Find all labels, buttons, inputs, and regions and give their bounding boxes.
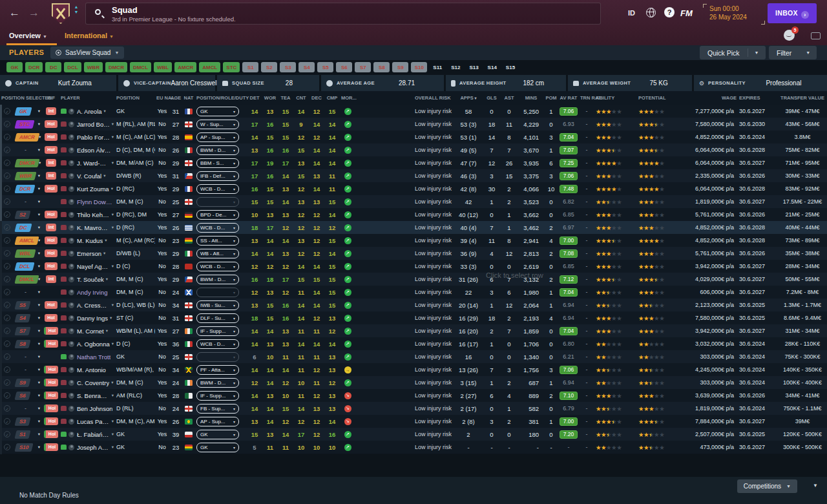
row-select-icon[interactable]: ✓ [4, 276, 10, 282]
row-select-icon[interactable]: ✓ [4, 418, 10, 425]
player-name[interactable]: Nayef Aguerd [77, 263, 110, 270]
row-select-icon[interactable]: ✓ [4, 431, 10, 437]
game-date[interactable]: Sun 00:00 26 May 2024 [703, 4, 760, 23]
back-arrow-icon[interactable]: ← [9, 6, 20, 19]
player-name[interactable]: Edson Álvarez [77, 147, 114, 154]
forward-arrow-icon[interactable]: → [28, 6, 39, 19]
scrollbar-thumb[interactable] [0, 105, 2, 221]
table-row[interactable]: ✓-▾Flynn DownesDM, M (C)No25▾15151413131… [0, 195, 827, 208]
club-switcher-chevrons[interactable]: ▲▼ [73, 5, 79, 15]
row-select-icon[interactable]: ✓ [4, 341, 10, 347]
role-duty-dropdown[interactable]: AP - Sup...▾ [196, 132, 239, 142]
chevron-down-icon[interactable]: ▾ [112, 341, 114, 346]
row-select-icon[interactable]: ✓ [4, 147, 10, 153]
table-row[interactable]: ✓S1▾HolŁ. Fabiański▾GKYes39GK▾1513141712… [0, 428, 827, 441]
tab-international[interactable]: International▼ [65, 32, 114, 39]
chevron-down-icon[interactable]: ▾ [110, 315, 112, 320]
col-header-mor-[interactable]: MOR... [340, 95, 355, 101]
player-name[interactable]: Lucas Paquetá [77, 418, 110, 425]
position-selected-badge[interactable]: STC [14, 120, 34, 129]
row-select-icon[interactable]: ✓ [4, 185, 10, 192]
position-filter-dmcl[interactable]: DMCL [130, 62, 151, 72]
slot-filter-s9[interactable]: S9 [392, 62, 408, 72]
role-duty-dropdown[interactable]: WCB - D...▾ [196, 223, 239, 233]
col-header-ability[interactable]: ABILITY [594, 95, 637, 101]
player-name[interactable]: Andy Irving [77, 289, 108, 296]
col-header-pom[interactable]: POM [544, 95, 558, 101]
player-name[interactable]: Thilo Kehrer [77, 211, 110, 218]
table-row[interactable]: ✓DC▾IntK. Mavropanos▾D (RC)Yes26WCB - D.… [0, 221, 827, 234]
table-row[interactable]: ✓WBL▾HolEmerson▾D/WB (L)Yes29WB - Att...… [0, 247, 827, 260]
position-filter-gk[interactable]: GK [6, 62, 23, 72]
table-row[interactable]: ✓-▾HolM. AntonioWB/M/AM (R), S...No34PF … [0, 363, 827, 376]
role-duty-dropdown[interactable]: BPD - De...▾ [196, 210, 239, 220]
player-name[interactable]: Danny Ings [77, 315, 108, 322]
filter-button[interactable]: Filter▼ [769, 46, 817, 59]
col-header-position-selected[interactable]: POSITION SELECTED [0, 95, 43, 101]
slot-filter-s15[interactable]: S15 [503, 62, 518, 72]
position-filter-dmcr[interactable]: DMCR [105, 62, 127, 72]
table-row[interactable]: ✓GK▾IntA. Areola▾GKYes31GK▾141315141215↗… [0, 105, 827, 118]
row-select-icon[interactable]: ✓ [4, 173, 10, 179]
tab-overview[interactable]: Overview▼ [9, 32, 47, 39]
position-selected-badge[interactable]: S5 [14, 301, 30, 310]
position-selected-badge[interactable]: WBL [14, 249, 36, 258]
position-selected-badge[interactable]: WBR [14, 172, 36, 180]
row-select-icon[interactable]: ✓ [4, 289, 10, 295]
slot-filter-s10[interactable]: S10 [411, 62, 427, 72]
chevron-down-icon[interactable]: ▾ [112, 432, 114, 437]
quick-pick-button[interactable]: Quick Pick▼ [700, 46, 766, 59]
footer-expand-chevron[interactable]: ▼ [813, 483, 818, 488]
player-name[interactable]: C. Coventry [77, 379, 109, 386]
role-duty-dropdown[interactable]: BBM - S...▾ [196, 158, 239, 168]
player-name[interactable]: A. Areola [77, 108, 102, 115]
chevron-down-icon[interactable]: ▾ [111, 380, 113, 385]
chevron-down-icon[interactable]: ▾ [112, 212, 114, 217]
chevron-down-icon[interactable]: ▾ [38, 419, 41, 424]
col-header-gls[interactable]: GLS [483, 95, 500, 101]
chevron-down-icon[interactable]: ▾ [38, 109, 41, 114]
table-row[interactable]: ✓-▾Nathan TrottGKNo25▾61011111113↗Low in… [0, 350, 827, 363]
table-row[interactable]: ✓WBR▾IntV. Coufal▾D/WB (R)Yes31IFB - Def… [0, 169, 827, 182]
col-header-cmp[interactable]: CMP [324, 95, 340, 101]
role-duty-dropdown[interactable]: ▾ [196, 197, 239, 207]
player-name[interactable]: K. Mavropanos [77, 224, 110, 231]
chevron-down-icon[interactable]: ▾ [112, 264, 114, 269]
chevron-down-icon[interactable]: ▾ [112, 445, 114, 450]
position-selected-badge[interactable]: DMCR [14, 159, 39, 167]
chevron-down-icon[interactable]: ▾ [38, 289, 41, 295]
role-duty-dropdown[interactable]: IWB - Su...▾ [196, 300, 239, 310]
player-name[interactable]: V. Coufal [77, 173, 101, 180]
table-row[interactable]: ✓DMCR▾IntJ. Ward-Prowse▾DM, M/AM (C)No29… [0, 156, 827, 169]
position-filter-wbl[interactable]: WBL [154, 62, 172, 72]
chevron-down-icon[interactable]: ▾ [38, 432, 41, 437]
position-selected-badge[interactable]: S2 [14, 211, 30, 219]
position-selected-badge[interactable]: DCL [14, 262, 35, 271]
player-name[interactable]: Pablo Fornals [77, 134, 110, 141]
player-name[interactable]: Kurt Zouma [77, 185, 109, 193]
row-select-icon[interactable]: ✓ [4, 198, 10, 205]
position-selected-badge[interactable]: AMCL [14, 236, 39, 245]
player-name[interactable]: A. Cresswell [77, 302, 110, 309]
col-header-inf[interactable]: INF [43, 95, 59, 101]
player-name[interactable]: Flynn Downes [77, 198, 114, 205]
chevron-down-icon[interactable]: ▾ [38, 251, 41, 256]
chevron-down-icon[interactable]: ▾ [38, 354, 41, 359]
chevron-down-icon[interactable]: ▾ [38, 393, 41, 398]
chevron-down-icon[interactable]: ▾ [38, 264, 41, 269]
chevron-down-icon[interactable]: ▾ [112, 121, 114, 127]
col-header-dec[interactable]: DEC [309, 95, 324, 101]
table-row[interactable]: ✓DCL▾HolNayef Aguerd▾D (C)No28WCB - D...… [0, 260, 827, 273]
chevron-down-icon[interactable]: ▾ [38, 315, 41, 320]
row-select-icon[interactable]: ✓ [4, 237, 10, 244]
player-name[interactable]: Emerson [77, 250, 101, 257]
slot-filter-s4[interactable]: S4 [298, 62, 315, 72]
col-header-expires[interactable]: EXPIRES [738, 95, 778, 101]
col-header-age[interactable]: AGE [169, 95, 182, 101]
position-filter-dc[interactable]: DC [45, 62, 61, 72]
col-header-ast[interactable]: AST [500, 95, 518, 101]
competitions-dropdown[interactable]: Competitions▼ [737, 479, 797, 493]
role-duty-dropdown[interactable]: GK▾ [196, 430, 239, 439]
position-selected-badge[interactable]: S8 [14, 340, 30, 348]
position-selected-badge[interactable]: DCR [14, 185, 36, 193]
